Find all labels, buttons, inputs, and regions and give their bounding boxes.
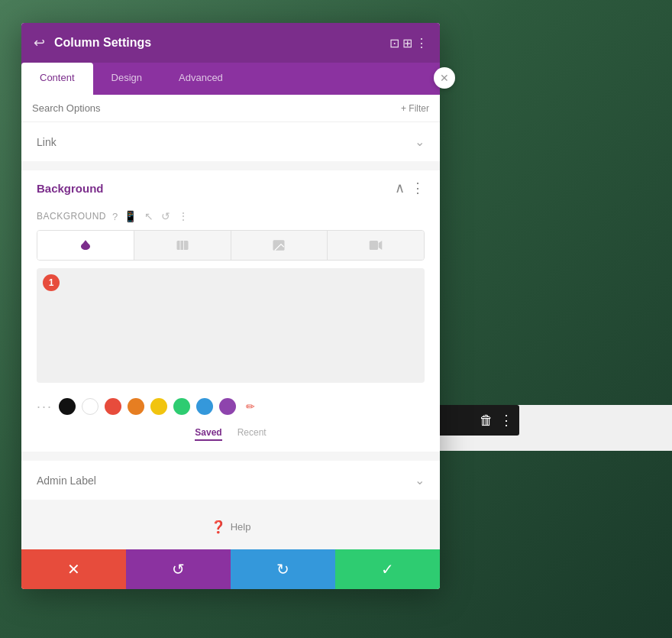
tab-design[interactable]: Design bbox=[93, 63, 160, 95]
swatch-black[interactable] bbox=[59, 398, 76, 415]
background-label: Background bbox=[37, 211, 106, 222]
swatch-red[interactable] bbox=[105, 398, 121, 415]
saved-recent-tabs: Saved Recent bbox=[21, 423, 440, 452]
swatch-green[interactable] bbox=[173, 398, 190, 415]
background-help-icon[interactable]: ? bbox=[112, 211, 118, 222]
svg-marker-6 bbox=[379, 241, 383, 250]
svg-point-4 bbox=[276, 242, 278, 244]
background-collapse-icon[interactable]: ∧ bbox=[395, 180, 405, 196]
back-icon[interactable]: ↩ bbox=[34, 34, 45, 51]
link-section-header[interactable]: Link ⌄ bbox=[21, 122, 440, 161]
background-more-icon[interactable]: ⋮ bbox=[411, 180, 425, 196]
admin-section-header[interactable]: Admin Label ⌄ bbox=[21, 461, 440, 500]
background-action-icons: 📱 ↖ ↺ ⋮ bbox=[124, 210, 189, 222]
undo-button[interactable]: ↺ bbox=[126, 549, 231, 589]
help-area: ❓ Help bbox=[21, 504, 440, 549]
bg-type-video[interactable] bbox=[328, 231, 424, 260]
link-section: Link ⌄ bbox=[21, 122, 440, 161]
saved-tab[interactable]: Saved bbox=[195, 427, 221, 441]
bg-type-gradient[interactable] bbox=[134, 231, 231, 260]
search-bar: + Filter bbox=[21, 95, 440, 122]
fullscreen-icon[interactable]: ⊡ bbox=[389, 36, 399, 50]
color-swatches: ··· ✏ bbox=[21, 390, 440, 423]
link-chevron-icon: ⌄ bbox=[415, 134, 425, 149]
split-view-icon[interactable]: ⊞ bbox=[402, 36, 412, 50]
recent-tab[interactable]: Recent bbox=[237, 427, 267, 441]
modal-body: Link ⌄ Background ∧ ⋮ Background ? 📱 ↖ bbox=[21, 122, 440, 549]
swatch-white[interactable] bbox=[82, 398, 99, 415]
swatch-yellow[interactable] bbox=[150, 398, 167, 415]
close-button[interactable]: ✕ bbox=[434, 67, 455, 89]
background-mobile-icon[interactable]: 📱 bbox=[124, 210, 137, 222]
background-cursor-icon[interactable]: ↖ bbox=[144, 210, 153, 222]
filter-button[interactable]: + Filter bbox=[401, 103, 429, 114]
panel-trash-icon[interactable]: 🗑 bbox=[480, 413, 493, 429]
header-actions: ⊡ ⊞ ⋮ bbox=[389, 36, 428, 50]
panel-menu-icon[interactable]: ⋮ bbox=[499, 412, 513, 429]
background-section-title: Background bbox=[37, 182, 104, 195]
swatch-orange[interactable] bbox=[128, 398, 144, 415]
svg-rect-0 bbox=[176, 241, 188, 250]
admin-section-title: Admin Label bbox=[37, 474, 96, 487]
admin-chevron-icon: ⌄ bbox=[415, 473, 425, 487]
save-button[interactable]: ✓ bbox=[335, 549, 440, 589]
background-section-actions: ∧ ⋮ bbox=[395, 180, 425, 196]
tab-advanced[interactable]: Advanced bbox=[160, 63, 241, 95]
right-panel-dark: 🗑 ⋮ bbox=[435, 405, 519, 436]
swatch-purple[interactable] bbox=[219, 398, 236, 415]
bg-type-image[interactable] bbox=[231, 231, 328, 260]
tab-content[interactable]: Content bbox=[21, 63, 93, 95]
background-reset-icon[interactable]: ↺ bbox=[161, 210, 170, 222]
modal-header: ↩ Column Settings ⊡ ⊞ ⋮ bbox=[21, 23, 440, 63]
background-section: Background ∧ ⋮ Background ? 📱 ↖ ↺ ⋮ bbox=[21, 170, 440, 452]
redo-button[interactable]: ↻ bbox=[231, 549, 335, 589]
swatch-blue[interactable] bbox=[196, 398, 213, 415]
svg-rect-5 bbox=[370, 241, 378, 250]
color-layer-number: 1 bbox=[43, 274, 60, 291]
column-settings-modal: ↩ Column Settings ⊡ ⊞ ⋮ Content Design A… bbox=[21, 23, 440, 589]
admin-label-section: Admin Label ⌄ bbox=[21, 461, 440, 500]
more-swatches-icon[interactable]: ··· bbox=[37, 399, 53, 415]
help-icon[interactable]: ❓ bbox=[211, 520, 226, 534]
help-text: Help bbox=[231, 521, 251, 533]
color-picker-area[interactable]: 1 bbox=[37, 268, 425, 383]
more-options-icon[interactable]: ⋮ bbox=[415, 36, 428, 50]
link-section-title: Link bbox=[37, 136, 57, 148]
modal-title: Column Settings bbox=[54, 36, 380, 50]
background-label-row: Background ? 📱 ↖ ↺ ⋮ bbox=[21, 206, 440, 230]
bottom-bar: ✕ ↺ ↻ ✓ bbox=[21, 549, 440, 589]
color-pen-icon[interactable]: ✏ bbox=[242, 398, 259, 415]
search-input[interactable] bbox=[32, 102, 395, 114]
cancel-button[interactable]: ✕ bbox=[21, 549, 126, 589]
background-settings-icon[interactable]: ⋮ bbox=[178, 210, 189, 222]
background-section-header: Background ∧ ⋮ bbox=[21, 170, 440, 206]
bg-type-color[interactable] bbox=[37, 231, 134, 260]
tab-bar: Content Design Advanced bbox=[21, 63, 440, 95]
background-type-tabs bbox=[37, 230, 425, 261]
